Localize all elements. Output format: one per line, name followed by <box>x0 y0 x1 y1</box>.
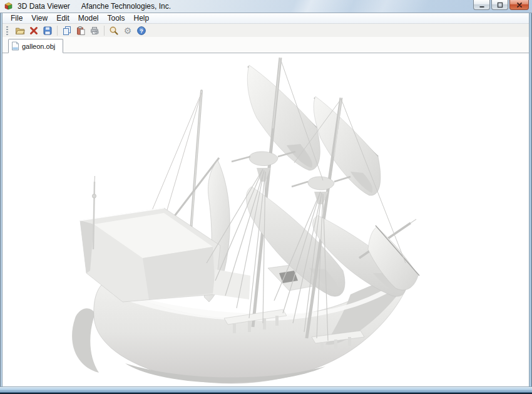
delete-icon <box>29 26 39 36</box>
open-folder-icon <box>15 26 25 36</box>
menu-model[interactable]: Model <box>74 13 103 23</box>
close-button[interactable] <box>509 0 529 10</box>
app-window: 3D Data Viewer Afanche Technologies, Inc… <box>0 0 532 394</box>
print-icon <box>90 26 100 36</box>
minimize-icon <box>478 1 486 9</box>
minimize-button[interactable] <box>473 0 490 10</box>
window-frame-left <box>0 13 3 386</box>
window-title: 3D Data Viewer <box>18 2 70 11</box>
help-button[interactable]: ? <box>135 24 148 36</box>
paste-button[interactable] <box>74 24 87 36</box>
app-icon <box>4 1 14 11</box>
toolbar-separator <box>57 26 58 36</box>
settings-gear-icon: ⚙ <box>124 26 132 35</box>
open-file-button[interactable] <box>14 24 26 36</box>
toolbar-grip[interactable] <box>6 26 8 35</box>
window-frame-bottom <box>0 386 532 394</box>
save-icon <box>43 26 53 36</box>
svg-text:?: ? <box>140 28 143 34</box>
tab-galleon-obj[interactable]: galleon.obj <box>8 39 63 53</box>
3d-viewport[interactable] <box>3 53 529 386</box>
zoom-icon <box>109 26 119 36</box>
window-frame-right <box>529 13 532 386</box>
title-bar: 3D Data Viewer Afanche Technologies, Inc… <box>0 0 532 13</box>
print-button[interactable] <box>88 24 101 36</box>
maximize-button[interactable] <box>491 0 508 10</box>
close-icon <box>516 1 523 9</box>
document-icon <box>11 41 19 51</box>
toolbar: ⚙ ? <box>3 24 529 37</box>
titlebar-glass-sheen <box>0 0 532 13</box>
menu-view[interactable]: View <box>27 13 52 23</box>
zoom-button[interactable] <box>108 24 120 36</box>
window-controls <box>473 0 529 10</box>
help-icon: ? <box>136 26 146 36</box>
menu-help[interactable]: Help <box>130 13 154 23</box>
menu-file[interactable]: File <box>6 13 27 23</box>
3d-model-galleon <box>3 53 529 386</box>
maximize-icon <box>496 1 504 9</box>
save-button[interactable] <box>41 24 54 36</box>
menu-bar: File View Edit Model Tools Help <box>3 13 529 24</box>
toolbar-separator <box>104 26 105 36</box>
menu-edit[interactable]: Edit <box>52 13 74 23</box>
settings-button[interactable]: ⚙ <box>121 24 134 36</box>
menu-tools[interactable]: Tools <box>103 13 130 23</box>
copy-button[interactable] <box>61 24 73 36</box>
copy-icon <box>62 26 72 36</box>
close-file-button[interactable] <box>28 24 40 36</box>
paste-icon <box>76 26 86 36</box>
tab-bar: galleon.obj <box>3 37 529 53</box>
tab-label: galleon.obj <box>22 43 55 50</box>
window-company: Afanche Technologies, Inc. <box>81 2 171 11</box>
